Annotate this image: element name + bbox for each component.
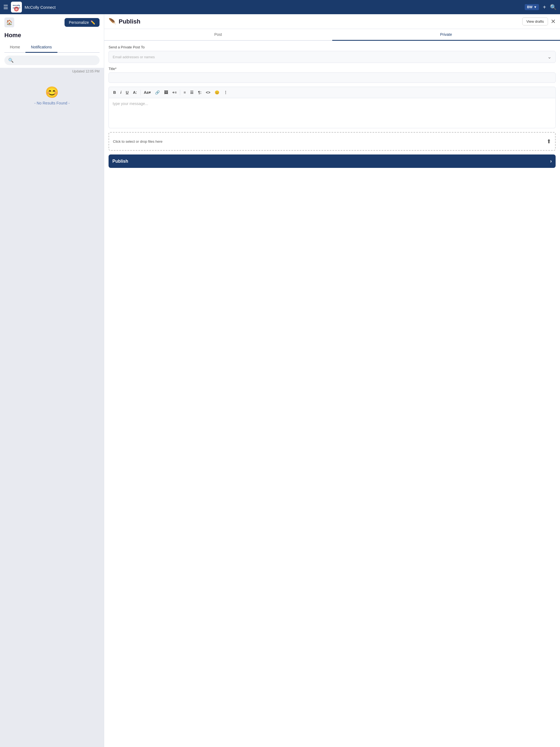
title-label: Title* xyxy=(108,67,556,71)
ordered-list-button[interactable]: ≡ xyxy=(182,89,187,96)
image-button[interactable]: 🖼 xyxy=(162,89,170,96)
send-private-label: Send a Private Post To xyxy=(108,45,556,49)
publish-panel: 🪶 Publish View drafts ✕ Post Private Sen… xyxy=(104,14,560,747)
no-results-area: 😊 - No Results Found - xyxy=(0,75,104,116)
tab-private[interactable]: Private xyxy=(332,29,560,41)
upload-area[interactable]: Click to select or drop files here ⬆ xyxy=(108,132,556,151)
search-row: 🔍 xyxy=(0,53,104,68)
publish-tabs: Post Private xyxy=(104,29,560,41)
search-input[interactable] xyxy=(16,58,96,62)
tabs-row: Home Notifications xyxy=(4,42,100,53)
top-nav: ☰ mccolly connect McColly Connect BW ▼ +… xyxy=(0,0,560,14)
publish-btn-label: Publish xyxy=(112,159,128,164)
home-icon-btn[interactable]: 🏠 xyxy=(4,18,14,27)
toolbar-divider-1 xyxy=(140,90,141,95)
insert-button[interactable]: +≡ xyxy=(171,89,178,96)
left-panel: 🏠 Personalize ✏️ Home Home Notifications… xyxy=(0,14,104,747)
tab-home[interactable]: Home xyxy=(4,42,25,53)
app-name: McColly Connect xyxy=(25,5,522,9)
paragraph-button[interactable]: ¶: xyxy=(196,89,203,96)
hamburger-icon[interactable]: ☰ xyxy=(3,4,8,10)
svg-text:mccolly: mccolly xyxy=(13,4,20,6)
personalize-button[interactable]: Personalize ✏️ xyxy=(65,18,100,27)
nav-right: BW ▼ + 🔍 xyxy=(525,4,557,10)
italic-button[interactable]: i xyxy=(119,89,123,96)
link-button[interactable]: 🔗 xyxy=(153,89,161,96)
publish-header: 🪶 Publish View drafts ✕ xyxy=(104,14,560,29)
bold-button[interactable]: B xyxy=(111,89,118,96)
title-input[interactable] xyxy=(108,73,556,83)
publish-body: Send a Private Post To Email addresses o… xyxy=(104,41,560,747)
main-layout: 🏠 Personalize ✏️ Home Home Notifications… xyxy=(0,14,560,747)
toolbar: B i U A: Aa▾ 🔗 🖼 +≡ ≡ ☰ ¶: <> 😊 ⋮ xyxy=(108,87,556,98)
toolbar-divider-2 xyxy=(180,90,180,95)
add-icon[interactable]: + xyxy=(543,4,546,10)
search-icon[interactable]: 🔍 xyxy=(550,4,557,10)
search-icon: 🔍 xyxy=(8,58,14,63)
tab-notifications[interactable]: Notifications xyxy=(25,42,57,53)
updated-text: Updated 12:05 PM xyxy=(0,68,104,75)
user-badge[interactable]: BW ▼ xyxy=(525,4,539,10)
publish-btn-chevron: › xyxy=(550,158,552,164)
email-placeholder: Email addresses or names xyxy=(113,55,155,59)
left-panel-header: 🏠 Personalize ✏️ Home Home Notifications xyxy=(0,14,104,53)
home-icon: 🏠 xyxy=(6,19,12,25)
upload-icon: ⬆ xyxy=(546,138,551,145)
font-size-button[interactable]: A: xyxy=(131,89,138,96)
chevron-down-icon: ⌄ xyxy=(548,54,552,60)
message-placeholder: type your message... xyxy=(113,101,148,106)
app-logo: mccolly connect xyxy=(11,2,22,12)
publish-header-left: 🪶 Publish xyxy=(108,18,140,25)
page-title: Home xyxy=(4,29,100,41)
font-family-button[interactable]: Aa▾ xyxy=(142,89,152,96)
tab-post[interactable]: Post xyxy=(104,29,332,41)
code-button[interactable]: <> xyxy=(204,89,212,96)
bullet-list-button[interactable]: ☰ xyxy=(188,89,195,96)
feather-icon: 🪶 xyxy=(108,18,116,25)
publish-button[interactable]: Publish › xyxy=(108,154,556,168)
no-results-icon: 😊 xyxy=(45,86,59,99)
message-area[interactable]: type your message... xyxy=(108,98,556,128)
more-button[interactable]: ⋮ xyxy=(222,89,229,96)
search-input-wrap: 🔍 xyxy=(4,55,100,65)
underline-button[interactable]: U xyxy=(124,89,130,96)
upload-text: Click to select or drop files here xyxy=(113,139,162,144)
publish-title: Publish xyxy=(119,18,140,25)
email-select[interactable]: Email addresses or names ⌄ xyxy=(108,51,556,63)
close-button[interactable]: ✕ xyxy=(551,18,556,25)
left-panel-top: 🏠 Personalize ✏️ xyxy=(4,18,100,27)
view-drafts-button[interactable]: View drafts xyxy=(522,18,548,25)
no-results-text: - No Results Found - xyxy=(34,101,70,105)
emoji-button[interactable]: 😊 xyxy=(213,89,221,96)
